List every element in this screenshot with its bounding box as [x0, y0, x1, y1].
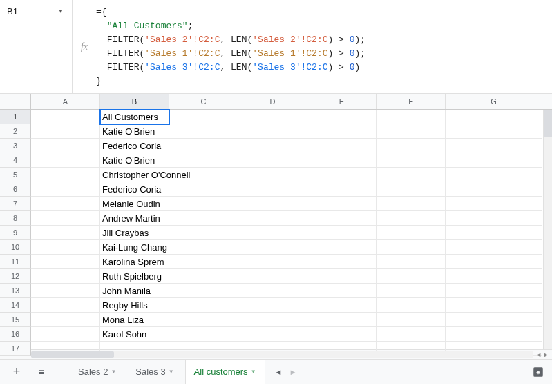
explore-button[interactable]	[530, 364, 546, 380]
cell[interactable]	[446, 298, 542, 313]
cell[interactable]	[307, 327, 377, 342]
cell[interactable]	[446, 197, 542, 211]
cell[interactable]	[377, 226, 446, 240]
cell[interactable]	[238, 168, 307, 182]
cell[interactable]	[238, 110, 307, 124]
cell[interactable]	[446, 211, 542, 226]
cell[interactable]	[307, 240, 377, 255]
chevron-down-icon[interactable]: ▼	[169, 369, 174, 375]
cell[interactable]	[31, 110, 100, 124]
cell[interactable]	[377, 168, 446, 182]
cell[interactable]	[238, 313, 307, 327]
row-header[interactable]: 1	[0, 110, 31, 124]
cell[interactable]	[377, 139, 446, 153]
cell[interactable]: Karol Sohn	[100, 327, 169, 342]
row-header[interactable]: 14	[0, 298, 31, 313]
cell[interactable]	[31, 211, 100, 226]
cell[interactable]	[307, 211, 377, 226]
col-header-G[interactable]: G	[446, 94, 542, 109]
cell[interactable]	[238, 284, 307, 298]
cell[interactable]	[377, 124, 446, 139]
cell[interactable]: Federico Coria	[100, 182, 169, 197]
all-sheets-button[interactable]: ≡	[30, 361, 53, 383]
cell[interactable]	[446, 168, 542, 182]
cell[interactable]: Andrew Martin	[100, 211, 169, 226]
col-header-B[interactable]: B	[100, 94, 169, 109]
cell[interactable]	[238, 211, 307, 226]
cell[interactable]	[307, 298, 377, 313]
scroll-left-icon[interactable]: ◄	[535, 351, 542, 358]
cell[interactable]	[169, 139, 238, 153]
vertical-scrollbar[interactable]	[543, 110, 552, 349]
row-header[interactable]: 8	[0, 211, 31, 226]
row-header[interactable]: 12	[0, 269, 31, 284]
sheet-tab-sales-3[interactable]: Sales 3 ▼	[127, 360, 182, 384]
cell[interactable]	[238, 182, 307, 197]
cell[interactable]	[31, 124, 100, 139]
row-header[interactable]: 17	[0, 342, 31, 356]
cell[interactable]	[31, 139, 100, 153]
row-header[interactable]: 15	[0, 313, 31, 327]
row-header[interactable]: 6	[0, 182, 31, 197]
cell[interactable]	[238, 240, 307, 255]
cell[interactable]: Kai-Lung Chang	[100, 240, 169, 255]
cell[interactable]	[169, 298, 238, 313]
cell[interactable]	[307, 255, 377, 269]
row-header[interactable]: 11	[0, 255, 31, 269]
cell[interactable]: John Manila	[100, 284, 169, 298]
row-header[interactable]: 16	[0, 327, 31, 342]
cell[interactable]	[31, 226, 100, 240]
col-header-D[interactable]: D	[238, 94, 307, 109]
cell[interactable]	[169, 124, 238, 139]
chevron-down-icon[interactable]: ▼	[111, 369, 116, 375]
cell[interactable]	[377, 240, 446, 255]
cell[interactable]	[377, 255, 446, 269]
cell[interactable]	[238, 255, 307, 269]
cell[interactable]	[307, 284, 377, 298]
cell[interactable]	[238, 139, 307, 153]
cell[interactable]	[307, 226, 377, 240]
cell[interactable]	[31, 153, 100, 168]
cell[interactable]	[446, 240, 542, 255]
select-all-corner[interactable]	[0, 94, 31, 110]
cell[interactable]	[446, 153, 542, 168]
cell[interactable]	[31, 182, 100, 197]
cell[interactable]	[169, 197, 238, 211]
cell[interactable]	[238, 124, 307, 139]
cell[interactable]	[169, 110, 238, 124]
cell[interactable]	[169, 255, 238, 269]
row-header[interactable]: 13	[0, 284, 31, 298]
cell[interactable]	[446, 226, 542, 240]
cell[interactable]	[307, 269, 377, 284]
cell[interactable]	[31, 240, 100, 255]
cell[interactable]	[377, 313, 446, 327]
cell[interactable]	[307, 110, 377, 124]
cell[interactable]: Jill Craybas	[100, 226, 169, 240]
cell[interactable]	[446, 284, 542, 298]
cell[interactable]	[169, 153, 238, 168]
cell[interactable]: Federico Coria	[100, 139, 169, 153]
row-header[interactable]: 5	[0, 168, 31, 182]
col-header-C[interactable]: C	[169, 94, 238, 109]
tab-nav-right-icon[interactable]: ►	[289, 368, 296, 376]
cell[interactable]: Katie O'Brien	[100, 153, 169, 168]
row-header[interactable]: 2	[0, 124, 31, 139]
cell[interactable]	[307, 182, 377, 197]
row-header[interactable]: 4	[0, 153, 31, 168]
cell[interactable]	[307, 153, 377, 168]
cell[interactable]: Christopher O'Connell	[100, 168, 169, 182]
cell[interactable]	[446, 327, 542, 342]
cell[interactable]	[169, 327, 238, 342]
cell[interactable]	[377, 211, 446, 226]
col-header-E[interactable]: E	[307, 94, 377, 109]
cell[interactable]	[238, 327, 307, 342]
cell[interactable]: Melanie Oudin	[100, 197, 169, 211]
row-header[interactable]: 7	[0, 197, 31, 211]
sheet-tab-all-customers[interactable]: All customers ▼	[185, 359, 265, 384]
add-sheet-button[interactable]: +	[6, 361, 28, 383]
cell[interactable]	[238, 298, 307, 313]
cell[interactable]: Karolina Sprem	[100, 255, 169, 269]
row-header[interactable]: 3	[0, 139, 31, 153]
cell[interactable]	[169, 269, 238, 284]
cell[interactable]: All Customers	[100, 110, 169, 124]
